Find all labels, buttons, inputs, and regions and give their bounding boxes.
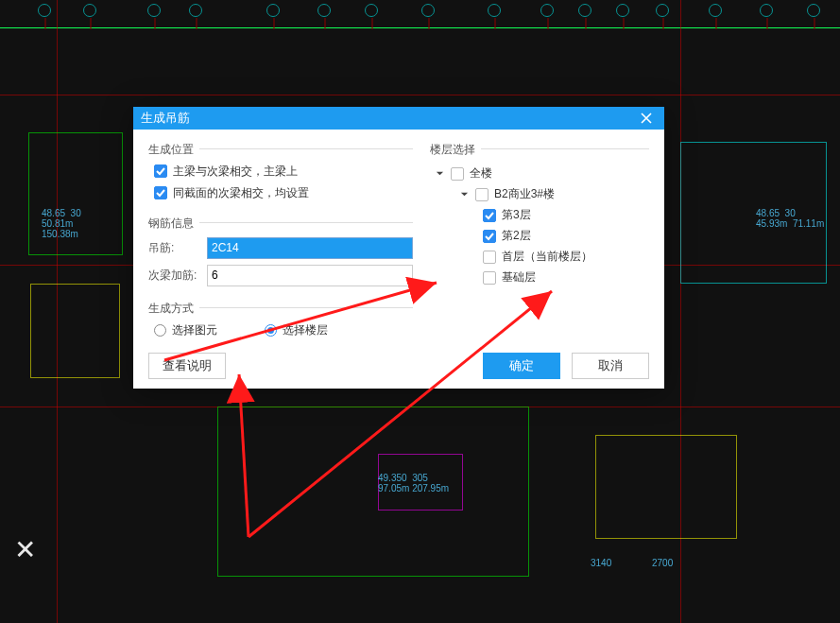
tree-label: 首层（当前楼层）: [502, 249, 592, 265]
tree-checkbox-basement[interactable]: [483, 271, 496, 285]
secondary-field-label: 次梁加筋:: [148, 268, 201, 284]
cad-ruler: [0, 0, 840, 28]
tree-checkbox-floor1[interactable]: [483, 251, 496, 264]
tree-label: 基础层: [502, 269, 536, 286]
tree-row-root[interactable]: 全楼: [430, 164, 649, 184]
tree-row-floor[interactable]: 第3层: [430, 205, 649, 226]
radio-label: 选择楼层: [283, 322, 328, 338]
floor-tree: 全楼 B2商业3#楼 第3层 第2层: [430, 164, 649, 288]
group-rebar-label: 钢筋信息: [148, 216, 194, 230]
group-rebar-info: 钢筋信息 吊筋: 次梁加筋:: [148, 213, 413, 286]
secondary-rebar-input[interactable]: [207, 265, 413, 286]
tree-checkbox-root[interactable]: [451, 167, 464, 181]
group-position-label: 生成位置: [148, 143, 194, 156]
dialog-title: 生成吊筋: [141, 110, 190, 127]
checkbox-label: 同截面的次梁相交，均设置: [173, 185, 309, 201]
group-floor-select: 楼层选择 全楼 B2商业3#楼: [430, 139, 649, 288]
radio-select-floor[interactable]: 选择楼层: [265, 322, 328, 338]
checkbox-label: 主梁与次梁相交，主梁上: [173, 164, 298, 180]
close-icon[interactable]: [636, 108, 657, 129]
cad-cursor: ✕: [14, 534, 36, 565]
checkbox-same-section[interactable]: [154, 186, 167, 199]
group-position: 生成位置 主梁与次梁相交，主梁上 同截面的次梁相交，均设置: [148, 139, 413, 201]
generate-hanger-dialog: 生成吊筋 生成位置 主梁与次梁相交，主梁上 同截面的次梁相交，均设置 钢: [133, 107, 664, 389]
tree-label: 全楼: [470, 165, 492, 182]
group-method-label: 生成方式: [148, 302, 194, 315]
tree-label: 第3层: [502, 207, 531, 223]
collapse-icon[interactable]: [458, 189, 470, 200]
tree-checkbox-floor3[interactable]: [483, 209, 496, 222]
tree-row-floor[interactable]: 基础层: [430, 268, 649, 288]
tree-row-building[interactable]: B2商业3#楼: [430, 184, 649, 205]
cancel-button[interactable]: 取消: [572, 353, 649, 379]
tree-row-floor[interactable]: 首层（当前楼层）: [430, 247, 649, 268]
tree-row-floor[interactable]: 第2层: [430, 226, 649, 247]
dialog-titlebar[interactable]: 生成吊筋: [133, 107, 664, 130]
group-floor-label: 楼层选择: [430, 143, 475, 156]
hanger-field-label: 吊筋:: [148, 240, 201, 256]
ok-button[interactable]: 确定: [483, 353, 560, 379]
tree-label: 第2层: [502, 228, 531, 244]
help-button[interactable]: 查看说明: [148, 353, 226, 379]
checkbox-primary-secondary[interactable]: [154, 164, 167, 178]
tree-checkbox-floor2[interactable]: [483, 230, 496, 243]
collapse-icon[interactable]: [434, 168, 445, 180]
dialog-footer: 查看说明 确定 取消: [133, 350, 664, 389]
tree-checkbox-building[interactable]: [475, 188, 489, 201]
group-method: 生成方式 选择图元 选择楼层: [148, 298, 413, 338]
tree-label: B2商业3#楼: [494, 186, 555, 202]
radio-label: 选择图元: [172, 322, 217, 338]
radio-select-element[interactable]: 选择图元: [154, 322, 217, 338]
hanger-input[interactable]: [207, 237, 413, 259]
